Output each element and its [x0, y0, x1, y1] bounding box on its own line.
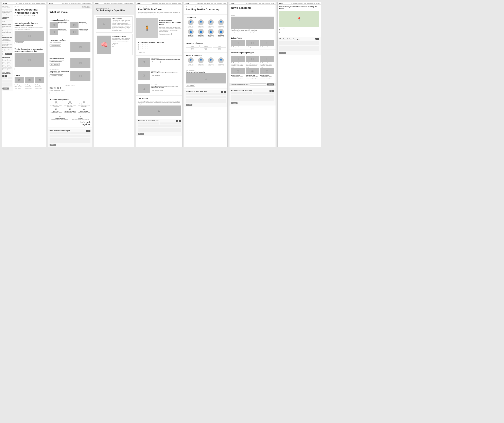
how-we-do-section: [short loop of video] How we do it Blah …	[48, 84, 92, 95]
contact-first-2[interactable]	[50, 132, 70, 134]
performance-btn[interactable]: Read case article	[151, 74, 161, 76]
explore-interactive-btn[interactable]: Explore the interactive	[159, 33, 172, 35]
nav-logo-6[interactable]: SKIIN	[231, 2, 234, 4]
contact-email-6[interactable]	[231, 94, 274, 97]
learn-more-btn[interactable]: Learn more	[15, 68, 22, 70]
insight-date-3: 1.5.2018	[260, 55, 274, 56]
twitter-icon-sidebar[interactable]: t	[5, 75, 7, 77]
case-study-btn[interactable]: Case Study / Case Point	[50, 74, 63, 77]
download-sdi-btn[interactable]: Download SDI	[186, 84, 195, 87]
leader-7: Name Here role title to be	[206, 29, 216, 37]
insight-img-4	[231, 68, 245, 74]
insight-text-6: Lorem ipsum dolor sit amet consectetur a…	[260, 76, 274, 79]
contact-message-5[interactable]	[186, 99, 226, 103]
contact-first-5[interactable]	[186, 93, 206, 95]
contact-first-6[interactable]	[231, 92, 252, 94]
submit-btn-7[interactable]: Submit	[279, 52, 286, 54]
address-item-1: ▶ Hazel St	[279, 28, 319, 30]
newsletter-input-6[interactable]	[250, 83, 266, 86]
contact-message-sidebar[interactable]	[2, 82, 12, 87]
submit-btn-2[interactable]: Submit	[50, 144, 56, 146]
nav-logo-1[interactable]: SKIIN	[3, 2, 7, 4]
sidebar-latest-label: Latest	[2, 35, 12, 36]
hero-title-6: News & Insights	[231, 6, 274, 10]
mission-section: Our Mission We are working to digitize t…	[136, 96, 182, 117]
twitter-icon-7[interactable]: t	[317, 38, 319, 40]
contact-last-sidebar[interactable]	[8, 77, 12, 79]
contact-last-4[interactable]	[160, 123, 181, 124]
linkedin-icon-7[interactable]: in	[315, 38, 317, 40]
contact-first-7[interactable]	[279, 41, 299, 43]
custom-work-tag: Custom Work	[50, 56, 90, 58]
leader-8: Name Here role title to be	[216, 29, 226, 37]
contact-last-5[interactable]	[206, 93, 226, 95]
contact-email-7[interactable]	[279, 43, 319, 45]
contact-email-4[interactable]	[138, 125, 181, 127]
latest-news-headline-2: Headline goes here	[246, 46, 260, 47]
process-production-text: Lorem ipsum dolor sit amet consectetur	[70, 119, 90, 120]
contact-email-sidebar[interactable]	[2, 80, 12, 82]
contact-message-7[interactable]	[279, 46, 319, 51]
linkedin-icon-5[interactable]: in	[221, 91, 223, 93]
contact-first-sidebar[interactable]	[2, 77, 7, 79]
sidebar-item-1: Why textiles? 24 hours, always	[2, 6, 12, 9]
sidebar-latest-item3: Headline goes here	[2, 47, 12, 48]
contact-last-7[interactable]	[300, 41, 319, 43]
submit-btn-4[interactable]: Submit	[138, 133, 144, 135]
newsletter-input-sidebar[interactable]	[2, 53, 5, 55]
linkedin-icon-6[interactable]: in	[270, 90, 271, 92]
process-step-data: ⊞ Data Science Lorem ipsum dolor sit ame…	[50, 108, 63, 115]
contact-last-2[interactable]	[70, 132, 91, 134]
nav-logo-7[interactable]: SKIIN	[279, 2, 283, 4]
award-text-2: 2018	[199, 49, 212, 50]
explore-tech-btn[interactable]: Explore the tech	[15, 41, 24, 44]
newsletter-btn-sidebar[interactable]: Subscribe	[5, 53, 12, 55]
data-analytics-img	[97, 18, 111, 29]
lets-work-title: Let's worktogether.	[50, 121, 90, 125]
contact-message-2[interactable]	[50, 138, 90, 143]
submit-btn-6[interactable]: Submit	[231, 102, 238, 104]
contact-last-6[interactable]	[253, 92, 274, 94]
process-row-1: R & D Lorem ipsum dolor sit amet consect…	[50, 101, 90, 107]
twitter-icon-6[interactable]: t	[272, 90, 274, 92]
insight-date-5: 1.5.2018	[246, 67, 260, 68]
twitter-icon-2[interactable]: t	[88, 130, 90, 132]
twitter-icon-4[interactable]: t	[179, 120, 181, 122]
linkedin-icon-sidebar[interactable]: in	[2, 75, 5, 77]
nav-logo-2[interactable]: SKIIN	[49, 2, 53, 4]
insight-6: 1.5.2018 Headline goes here Lorem ipsum …	[260, 67, 274, 79]
linkedin-icon-4[interactable]: in	[176, 120, 178, 122]
tech-caps-section: Technical Capabilities Bioanthropology L…	[48, 18, 92, 36]
watch-video-btn[interactable]: Watch full video	[50, 92, 59, 94]
avatar-7	[208, 29, 214, 35]
address-label-1: Hazel St	[281, 28, 284, 29]
submit-btn-sidebar[interactable]: Submit	[2, 88, 9, 89]
contact-email-5[interactable]	[186, 96, 226, 98]
hero-tag-4: family, through life illustration	[138, 6, 181, 7]
insight-3: 1.5.2018 Headline goes here Lorem ipsum …	[260, 55, 274, 66]
insight-text-3: Lorem ipsum dolor sit amet consectetur a…	[260, 64, 274, 66]
explore-platform-btn[interactable]: Explore the Platform	[50, 44, 61, 47]
contact-first-4[interactable]	[138, 123, 159, 124]
hero-title-1: Textile Computing: Knitting the Future	[15, 8, 44, 14]
connected-home-btn[interactable]: Read case study coming	[151, 89, 164, 91]
contact-message-4[interactable]	[138, 128, 181, 132]
newsletter-btn-6[interactable]: Subscribe	[267, 83, 274, 86]
twitter-icon-5[interactable]: t	[224, 91, 226, 93]
avatar-8	[218, 29, 224, 35]
contact-message-6[interactable]	[231, 97, 274, 101]
trade-case-study-btn[interactable]: Trade case study	[50, 63, 60, 66]
explore-more-btn[interactable]: Explore more	[138, 51, 146, 53]
hero-title-4: The SKIIN Platform	[138, 8, 181, 11]
nav-logo-3[interactable]: SKIIN	[95, 2, 99, 4]
leader-4: Name Here role title to be	[216, 19, 226, 28]
linkedin-icon-2[interactable]: in	[86, 130, 88, 132]
submit-btn-5[interactable]: Submit	[186, 104, 192, 106]
awards-section: Awards & Citations ☑ Logo Winner 2018 ☑ …	[184, 41, 228, 52]
contact-email-2[interactable]	[50, 135, 90, 137]
nav-bar-3: SKIIN Our Products Our Platform Who SKII…	[94, 2, 134, 5]
health-wellness-btn[interactable]: Read case study	[151, 61, 161, 63]
tech-cap-label-1: Bioanthropology	[58, 22, 67, 23]
nav-logo-4[interactable]: SKIIN	[137, 2, 141, 4]
nav-logo-5[interactable]: SKIIN	[186, 2, 189, 4]
